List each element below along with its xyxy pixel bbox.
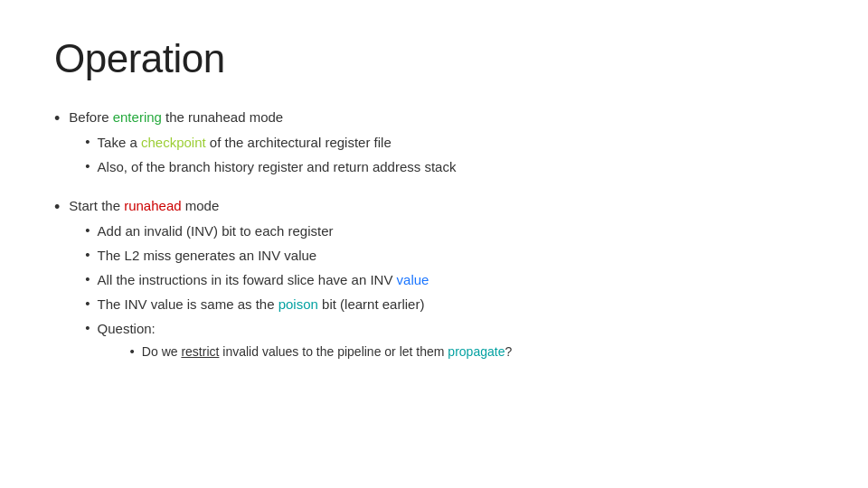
runahead-text: runahead — [124, 198, 181, 213]
section2-item: • Start the runahead mode • Add an inval… — [54, 195, 814, 368]
sub-text-also: Also, of the branch history register and… — [98, 156, 457, 178]
sub-text-checkpoint: Take a checkpoint of the architectural r… — [98, 132, 392, 154]
sub-text-poison: The INV value is same as the poison bit … — [98, 294, 425, 315]
value-text-blue: value — [397, 272, 429, 287]
section2-label: Start the runahead mode — [69, 198, 219, 213]
sub-bullet-question: • Question: • Do we restrict invalid val… — [85, 318, 512, 365]
checkpoint-text: checkpoint — [141, 135, 206, 150]
sub-dot-8: • — [130, 342, 135, 362]
bullet-dot-s1: • — [54, 107, 60, 131]
sub-text-question: Question: — [98, 321, 156, 336]
restrict-text: restrict — [181, 344, 219, 359]
sub-bullet-also: • Also, of the branch history register a… — [85, 156, 456, 178]
sub-dot-7: • — [85, 318, 90, 339]
poison-text: poison — [278, 296, 318, 312]
sub-dot-5: • — [85, 269, 90, 290]
sub-bullet-inv-bit: • Add an invalid (INV) bit to each regis… — [85, 221, 512, 242]
sub-dot-3: • — [85, 221, 90, 241]
sub-bullet-l2-miss: • The L2 miss generates an INV value — [85, 245, 512, 267]
propagate-text: propagate — [448, 344, 505, 359]
section1-item: • Before entering the runahead mode • Ta… — [54, 107, 814, 181]
page-title: Operation — [54, 36, 814, 81]
section1-sub-bullets: • Take a checkpoint of the architectural… — [85, 132, 456, 178]
sub-bullet-poison: • The INV value is same as the poison bi… — [85, 294, 512, 315]
entering-text: entering — [113, 109, 162, 125]
sub-bullet-restrict: • Do we restrict invalid values to the p… — [130, 342, 513, 362]
section1-label: Before entering the runahead mode — [69, 109, 283, 125]
sub-dot-2: • — [85, 156, 90, 177]
sub-dot-1: • — [85, 132, 90, 153]
sub-text-l2-miss: The L2 miss generates an INV value — [98, 245, 317, 267]
sub-text-inv-bit: Add an invalid (INV) bit to each registe… — [98, 221, 334, 242]
sub-dot-4: • — [85, 245, 90, 266]
bullet-dot-s2: • — [54, 195, 60, 220]
sub-text-restrict: Do we restrict invalid values to the pip… — [142, 342, 512, 361]
sub-bullet-checkpoint: • Take a checkpoint of the architectural… — [85, 132, 456, 154]
sub-text-forward-slice: All the instructions in its foward slice… — [98, 269, 429, 291]
main-content: • Before entering the runahead mode • Ta… — [54, 107, 814, 368]
question-sub-bullets: • Do we restrict invalid values to the p… — [130, 342, 513, 362]
section2-sub-bullets: • Add an invalid (INV) bit to each regis… — [85, 221, 512, 365]
sub-dot-6: • — [85, 294, 90, 314]
sub-bullet-forward-slice: • All the instructions in its foward sli… — [85, 269, 512, 291]
